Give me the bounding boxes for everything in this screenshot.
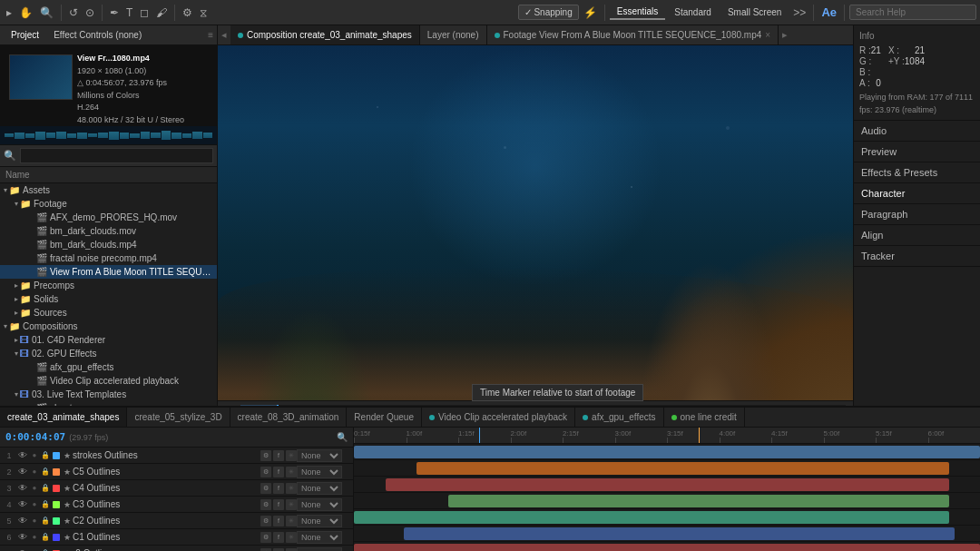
comp-tab-close[interactable]: × xyxy=(765,30,770,40)
parent-select-5[interactable]: None xyxy=(297,515,342,527)
layer-visibility-1[interactable]: 👁 xyxy=(16,450,29,460)
brush-tool-icon[interactable]: 🖌 xyxy=(153,5,170,21)
layer-lock-3[interactable]: 🔒 xyxy=(40,484,51,492)
layer-prop-c[interactable]: ✳ xyxy=(286,483,297,494)
layer-row-3[interactable]: 3 👁 ● 🔒 ★ C4 Outlines ⚙ f ✳ None xyxy=(0,480,353,497)
track-row-1[interactable] xyxy=(354,444,980,460)
layer-prop-c[interactable]: ✳ xyxy=(286,548,297,552)
right-section-paragraph[interactable]: Paragraph xyxy=(854,204,980,225)
search-help-input[interactable] xyxy=(849,5,976,20)
layer-lock-2[interactable]: 🔒 xyxy=(40,467,51,476)
layer-prop-c[interactable]: ✳ xyxy=(286,499,297,510)
panel-close-icon[interactable]: ≡ xyxy=(208,30,213,40)
layer-row-4[interactable]: 4 👁 ● 🔒 ★ C3 Outlines ⚙ f ✳ None xyxy=(0,497,353,513)
bottom-tab-Render-Queue[interactable]: Render Queue xyxy=(347,408,422,428)
layer-prop-c[interactable]: ✳ xyxy=(286,450,297,461)
tree-item-live_text[interactable]: ▾🎞03. Live Text Templates xyxy=(0,388,217,401)
layer-visibility-4[interactable]: 👁 xyxy=(16,499,29,509)
parent-select-6[interactable]: None xyxy=(297,531,342,544)
layer-prop-a[interactable]: ⚙ xyxy=(260,467,271,477)
right-section-audio[interactable]: Audio xyxy=(854,121,980,142)
parent-select-3[interactable]: None xyxy=(297,482,342,495)
comp-tab-layer-none[interactable]: Layer (none) xyxy=(420,25,487,45)
workspace-essentials-button[interactable]: Essentials xyxy=(610,5,666,20)
layer-row-6[interactable]: 6 👁 ● 🔒 ★ C1 Outlines ⚙ f ✳ None xyxy=(0,529,353,546)
layer-solo-1[interactable]: ● xyxy=(29,451,40,459)
tree-item-afx_gpu[interactable]: 🎬afx_gpu_effects xyxy=(0,360,217,374)
layer-prop-b[interactable]: f xyxy=(273,516,284,526)
composition-viewer[interactable]: Time Marker relative to start of footage… xyxy=(218,45,853,448)
text-tool-icon[interactable]: T xyxy=(123,5,135,21)
hand-tool-icon[interactable]: ✋ xyxy=(16,5,35,21)
tree-item-afx_demo[interactable]: 🎬AFX_demo_PRORES_HQ.mov xyxy=(0,211,217,224)
tree-item-fractal[interactable]: 🎬fractal noise precomp.mp4 xyxy=(0,251,217,265)
camera-orbit-icon[interactable]: ⊙ xyxy=(83,5,97,21)
workspace-standard-button[interactable]: Standard xyxy=(667,5,719,19)
comp-tab-animate-shapes[interactable]: Composition create_03_animate_shapes xyxy=(230,25,420,45)
track-row-4[interactable] xyxy=(354,493,980,509)
tabs-right-arrow[interactable]: ▸ xyxy=(779,29,791,41)
layer-row-5[interactable]: 5 👁 ● 🔒 ★ C2 Outlines ⚙ f ✳ None xyxy=(0,513,353,529)
layer-row-2[interactable]: 2 👁 ● 🔒 ★ C5 Outlines ⚙ f ✳ None xyxy=(0,464,353,480)
arrow-tool-icon[interactable]: ▸ xyxy=(4,5,15,21)
tree-item-solids[interactable]: ▸📁Solids xyxy=(0,292,217,306)
bottom-tab-create_08_3D_animati[interactable]: create_08_3D_animation xyxy=(230,408,348,428)
bottom-tab-create_05_stylize_3D[interactable]: create_05_stylize_3D xyxy=(127,408,230,428)
tree-arrow-sources[interactable]: ▸ xyxy=(15,309,18,317)
workspace-small-button[interactable]: Small Screen xyxy=(720,5,789,19)
parent-select-2[interactable]: None xyxy=(297,466,342,478)
timeline-playhead-2[interactable] xyxy=(699,428,700,443)
time-ruler[interactable]: 0:15f1:00f1:15f2:00f2:15f3:00f3:15f4:00f… xyxy=(354,428,980,444)
layer-solo-4[interactable]: ● xyxy=(29,500,40,508)
zoom-tool-icon[interactable]: 🔍 xyxy=(37,5,56,21)
tree-arrow-assets[interactable]: ▾ xyxy=(4,186,7,194)
right-section-tracker[interactable]: Tracker xyxy=(854,246,980,267)
track-row-3[interactable] xyxy=(354,477,980,493)
parent-select-4[interactable]: None xyxy=(297,498,342,511)
layer-visibility-6[interactable]: 👁 xyxy=(16,532,29,542)
magnet-icon[interactable]: ⚡ xyxy=(581,5,600,21)
tree-item-video_clip[interactable]: 🎬Video Clip accelerated playback xyxy=(0,374,217,388)
layer-prop-b[interactable]: f xyxy=(273,548,284,552)
effect-controls-tab[interactable]: Effect Controls (none) xyxy=(46,27,149,43)
tree-arrow-footage[interactable]: ▾ xyxy=(15,200,18,208)
layer-solo-2[interactable]: ● xyxy=(29,467,40,476)
puppet-tool-icon[interactable]: ⚙ xyxy=(180,5,195,21)
layer-star-2[interactable]: ★ xyxy=(64,467,71,477)
tree-item-gpu_effects[interactable]: ▾🎞02. GPU Effects xyxy=(0,347,217,360)
layer-prop-b[interactable]: f xyxy=(273,467,284,477)
timeline-playhead[interactable] xyxy=(479,428,480,443)
project-tree[interactable]: ▾📁Assets▾📁Footage🎬AFX_demo_PRORES_HQ.mov… xyxy=(0,183,217,428)
tree-item-footage[interactable]: ▾📁Footage xyxy=(0,197,217,211)
bottom-tab-Video-Clip-accelerat[interactable]: Video Clip accelerated playback xyxy=(422,408,575,428)
layer-prop-b[interactable]: f xyxy=(273,483,284,494)
roto-tool-icon[interactable]: ⧖ xyxy=(197,5,210,21)
snapping-button[interactable]: ✓ Snapping xyxy=(518,5,579,20)
track-row-5[interactable] xyxy=(354,509,980,526)
right-section-preview[interactable]: Preview xyxy=(854,142,980,162)
parent-select-1[interactable]: None xyxy=(297,449,342,462)
layer-visibility-2[interactable]: 👁 xyxy=(16,467,29,477)
layer-star-6[interactable]: ★ xyxy=(64,533,71,542)
tree-arrow-c4d[interactable]: ▸ xyxy=(15,336,18,344)
tree-arrow-gpu_effects[interactable]: ▾ xyxy=(15,349,18,358)
layer-prop-a[interactable]: ⚙ xyxy=(260,450,271,461)
layer-solo-3[interactable]: ● xyxy=(29,484,40,492)
layer-lock-4[interactable]: 🔒 xyxy=(40,500,51,508)
tree-item-view_from[interactable]: 🎬View From A Blue Moon TITLE SEQUENC xyxy=(0,265,217,279)
layer-prop-a[interactable]: ⚙ xyxy=(260,548,271,552)
layer-star-1[interactable]: ★ xyxy=(64,451,71,460)
bottom-tab-afx_gpu_effects[interactable]: afx_gpu_effects xyxy=(575,408,663,428)
layer-prop-b[interactable]: f xyxy=(273,450,284,461)
track-row-2[interactable] xyxy=(354,460,980,477)
track-row-6[interactable] xyxy=(354,526,980,542)
layer-prop-b[interactable]: f xyxy=(273,499,284,510)
tabs-left-arrow[interactable]: ◂ xyxy=(218,29,230,41)
comp-tab-footage[interactable]: Footage View From A Blue Moon TITLE SEQU… xyxy=(487,25,779,45)
layer-visibility-3[interactable]: 👁 xyxy=(16,483,29,493)
layer-prop-a[interactable]: ⚙ xyxy=(260,516,271,526)
shape-tool-icon[interactable]: ◻ xyxy=(137,5,152,21)
layer-row-1[interactable]: 1 👁 ● 🔒 ★ strokes Outlines ⚙ f ✳ None xyxy=(0,448,353,464)
tree-arrow-solids[interactable]: ▸ xyxy=(15,295,18,303)
right-section-align[interactable]: Align xyxy=(854,225,980,246)
